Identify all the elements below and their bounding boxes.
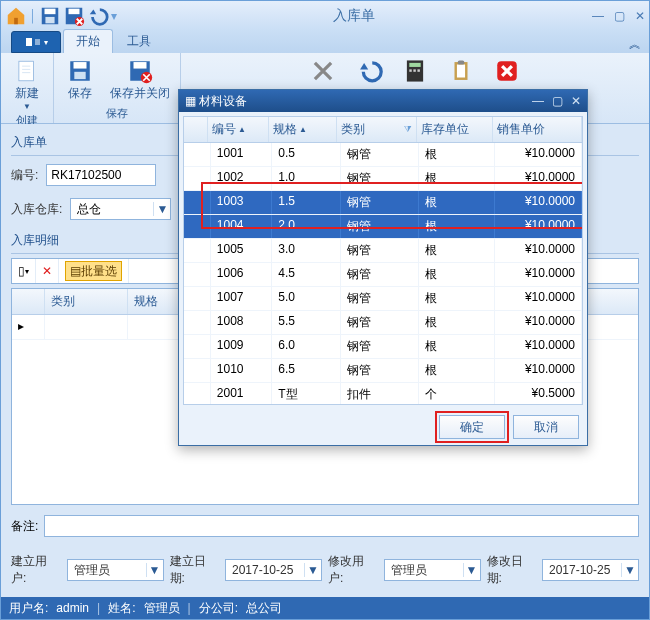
mod-date-label: 修改日期: [487, 553, 537, 587]
new-icon [11, 57, 43, 85]
paste-button[interactable] [441, 55, 481, 87]
ribbon-group-save: 保存 保存并关闭 保存 [54, 53, 181, 123]
ribbon-collapse-icon[interactable]: ︽ [621, 36, 649, 53]
delete-button[interactable] [303, 55, 343, 87]
detail-new-button[interactable]: ▯▾ [12, 259, 36, 283]
create-date-label: 建立日期: [170, 553, 220, 587]
new-button[interactable]: 新建 ▼ [7, 55, 47, 113]
svg-rect-12 [74, 72, 85, 79]
dialog-row[interactable]: 2001T型扣件个¥0.5000 [184, 383, 582, 404]
dialog-row[interactable]: 10106.5钢管根¥10.0000 [184, 359, 582, 383]
svg-rect-22 [457, 65, 465, 78]
mod-user-combo[interactable]: 管理员▼ [384, 559, 481, 581]
dialog-row[interactable]: 10075.0钢管根¥10.0000 [184, 287, 582, 311]
dialog-row[interactable]: 10064.5钢管根¥10.0000 [184, 263, 582, 287]
dcol-spec[interactable]: 规格▲ [269, 117, 338, 142]
svg-rect-5 [68, 9, 79, 15]
save-icon [64, 57, 96, 85]
create-user-combo[interactable]: 管理员▼ [67, 559, 164, 581]
main-window: │ ▾ 入库单 — ▢ ✕ ▾ 开始 工具 ︽ 新建 ▼ [0, 0, 650, 620]
exit-button[interactable] [487, 55, 527, 87]
app-menu-button[interactable]: ▾ [11, 31, 61, 53]
dialog-row[interactable]: 10042.0钢管根¥10.0000 [184, 215, 582, 239]
title-bar: │ ▾ 入库单 — ▢ ✕ [1, 1, 649, 31]
ribbon-group-create: 新建 ▼ 创建 [1, 53, 54, 123]
x-icon: ✕ [42, 264, 52, 278]
material-dialog: ▦ 材料设备 — ▢ ✕ 编号▲ 规格▲ 类别⧩ 库存单位 销售单价 10010… [178, 89, 588, 446]
save-close-icon [124, 57, 156, 85]
calculator-icon [399, 57, 431, 85]
minimize-button[interactable]: — [592, 9, 604, 23]
dialog-row-selector-header [184, 117, 208, 142]
svg-rect-19 [413, 69, 415, 71]
warehouse-combo[interactable]: 总仓 ▼ [70, 198, 171, 220]
svg-rect-3 [45, 17, 54, 23]
dcol-category[interactable]: 类别⧩ [337, 117, 417, 142]
tab-tools[interactable]: 工具 [115, 30, 163, 53]
mod-user-label: 修改用户: [328, 553, 378, 587]
dialog-row[interactable]: 10031.5钢管根¥10.0000 [184, 191, 582, 215]
filter-icon[interactable]: ⧩ [404, 124, 412, 135]
cancel-button[interactable]: 取消 [513, 415, 579, 439]
svg-rect-0 [14, 18, 18, 24]
svg-rect-20 [417, 69, 419, 71]
qat-save-close-icon[interactable] [63, 5, 85, 27]
col-category[interactable]: 类别 [45, 289, 128, 314]
svg-rect-2 [44, 9, 55, 15]
dialog-minimize-button[interactable]: — [532, 94, 544, 108]
svg-rect-9 [19, 61, 34, 81]
dcol-price[interactable]: 销售单价 [493, 117, 582, 142]
ribbon-tabs: ▾ 开始 工具 ︽ [1, 31, 649, 53]
dialog-row[interactable]: 10085.5钢管根¥10.0000 [184, 311, 582, 335]
home-icon[interactable] [5, 5, 27, 27]
dialog-titlebar: ▦ 材料设备 — ▢ ✕ [179, 90, 587, 112]
dialog-row[interactable]: 10010.5钢管根¥10.0000 [184, 143, 582, 167]
create-date-combo[interactable]: 2017-10-25▼ [225, 559, 322, 581]
warehouse-label: 入库仓库: [11, 201, 62, 218]
detail-delete-button[interactable]: ✕ [36, 259, 59, 283]
svg-rect-8 [26, 38, 32, 46]
create-user-label: 建立用户: [11, 553, 61, 587]
dialog-row[interactable]: 10021.0钢管根¥10.0000 [184, 167, 582, 191]
clipboard-icon [445, 57, 477, 85]
mod-date-combo[interactable]: 2017-10-25▼ [542, 559, 639, 581]
status-bar: 用户名:admin | 姓名:管理员 | 分公司:总公司 [1, 597, 649, 619]
dialog-row[interactable]: 10096.0钢管根¥10.0000 [184, 335, 582, 359]
dialog-close-button[interactable]: ✕ [571, 94, 581, 108]
remark-field[interactable] [44, 515, 639, 537]
grid-icon: ▦ [185, 94, 196, 108]
code-field[interactable]: RK17102500 [46, 164, 156, 186]
maximize-button[interactable]: ▢ [614, 9, 625, 23]
row-selector-header [12, 289, 45, 314]
remark-label: 备注: [11, 518, 38, 535]
dcol-unit[interactable]: 库存单位 [417, 117, 493, 142]
dcol-code[interactable]: 编号▲ [208, 117, 269, 142]
dialog-grid-header: 编号▲ 规格▲ 类别⧩ 库存单位 销售单价 [184, 117, 582, 143]
dialog-title: 材料设备 [199, 93, 532, 110]
page-icon: ▯ [18, 264, 25, 278]
chevron-down-icon: ▼ [153, 202, 170, 216]
undo-button[interactable] [349, 55, 389, 87]
code-label: 编号: [11, 167, 38, 184]
list-icon: ▤ [70, 264, 81, 278]
ok-button[interactable]: 确定 [439, 415, 505, 439]
svg-rect-17 [409, 63, 420, 67]
svg-rect-11 [74, 62, 87, 69]
quick-access-toolbar: │ ▾ [5, 5, 117, 27]
dialog-grid[interactable]: 编号▲ 规格▲ 类别⧩ 库存单位 销售单价 10010.5钢管根¥10.0000… [183, 116, 583, 405]
svg-rect-14 [134, 62, 147, 69]
close-button[interactable]: ✕ [635, 9, 645, 23]
qat-save-icon[interactable] [39, 5, 61, 27]
delete-icon [307, 57, 339, 85]
tab-start[interactable]: 开始 [63, 29, 113, 53]
dialog-maximize-button[interactable]: ▢ [552, 94, 563, 108]
calc-button[interactable] [395, 55, 435, 87]
save-button[interactable]: 保存 [60, 55, 100, 104]
save-close-button[interactable]: 保存并关闭 [106, 55, 174, 104]
bulk-select-button[interactable]: ▤ 批量选 [59, 259, 129, 283]
qat-undo-icon[interactable] [87, 5, 109, 27]
undo-icon [353, 57, 385, 85]
svg-rect-23 [458, 60, 465, 64]
window-title: 入库单 [117, 7, 593, 25]
dialog-row[interactable]: 10053.0钢管根¥10.0000 [184, 239, 582, 263]
